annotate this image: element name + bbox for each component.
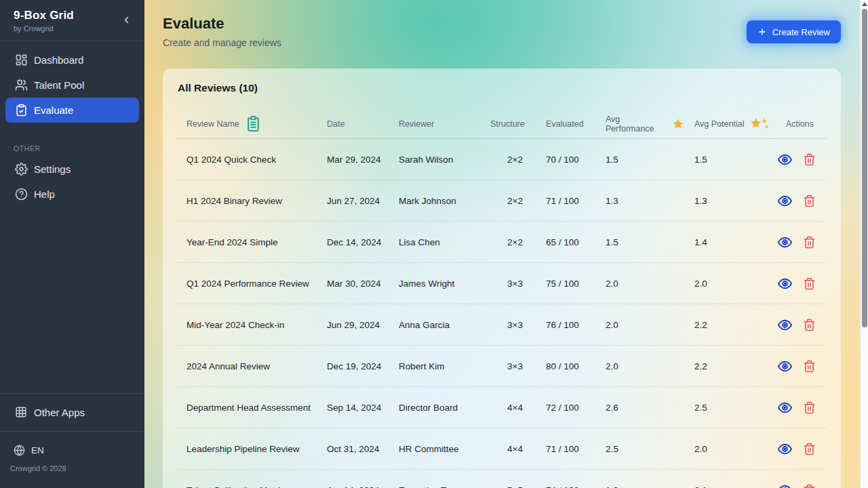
gear-icon xyxy=(15,163,28,176)
review-date: Jun 27, 2024 xyxy=(317,196,389,206)
review-name: Department Head Assessment xyxy=(176,403,317,413)
view-review-button[interactable] xyxy=(777,193,793,209)
trash-icon xyxy=(803,195,816,207)
globe-icon xyxy=(14,445,25,456)
vertical-scrollbar[interactable] xyxy=(860,0,868,488)
delete-review-button[interactable] xyxy=(803,195,816,207)
review-reviewer: Sarah Wilson xyxy=(389,155,480,165)
table-row: Leadership Pipeline Review Oct 31, 2024 … xyxy=(176,428,827,470)
view-review-button[interactable] xyxy=(777,235,793,250)
sidebar-collapse-button[interactable] xyxy=(119,12,134,27)
review-avg-potential: 2.5 xyxy=(684,403,776,413)
sidebar-item-dashboard[interactable]: Dashboard xyxy=(5,47,139,73)
sidebar-item-label: Other Apps xyxy=(34,407,85,418)
view-review-button[interactable] xyxy=(777,359,793,374)
review-evaluated: 70 / 100 xyxy=(536,155,595,165)
review-avg-potential: 1.4 xyxy=(684,237,776,247)
delete-review-button[interactable] xyxy=(803,319,816,331)
scrollbar-thumb[interactable] xyxy=(862,9,867,327)
column-date: Date xyxy=(317,119,389,129)
review-actions xyxy=(776,193,827,209)
review-reviewer: Robert Kim xyxy=(389,361,480,371)
column-review-name: Review Name xyxy=(176,114,317,134)
review-evaluated: 71 / 100 xyxy=(536,196,595,206)
sidebar: 9-Box Grid by Crowgrid Dashboard Talent … xyxy=(0,0,144,488)
review-avg-performance: 2.0 xyxy=(595,361,684,371)
review-avg-potential: 1.5 xyxy=(684,155,776,165)
review-name: Q1 2024 Performance Review xyxy=(176,279,317,289)
table-row: Department Head Assessment Sep 14, 2024 … xyxy=(176,387,827,428)
review-avg-performance: 1.9 xyxy=(595,485,684,488)
trash-icon xyxy=(803,153,816,166)
eye-icon xyxy=(777,359,793,374)
review-reviewer: Lisa Chen xyxy=(389,237,480,247)
view-review-button[interactable] xyxy=(777,276,793,291)
review-name: Leadership Pipeline Review xyxy=(176,444,317,454)
review-structure: 4×4 xyxy=(480,403,536,413)
language-switcher[interactable]: EN xyxy=(0,438,144,459)
review-structure: 2×2 xyxy=(480,237,536,247)
review-avg-performance: 2.0 xyxy=(595,279,684,289)
review-date: Apr 14, 2024 xyxy=(317,485,389,488)
delete-review-button[interactable] xyxy=(803,236,816,249)
view-review-button[interactable] xyxy=(777,317,793,333)
review-structure: 2×2 xyxy=(480,155,536,165)
scrollbar-up-arrow[interactable] xyxy=(862,2,867,6)
delete-review-button[interactable] xyxy=(803,484,816,488)
review-name: Mid-Year 2024 Check-in xyxy=(176,320,317,330)
trash-icon xyxy=(803,319,816,331)
review-evaluated: 75 / 100 xyxy=(536,279,595,289)
column-avg-potential: Avg Potential xyxy=(684,117,776,131)
sidebar-item-help[interactable]: Help xyxy=(5,182,139,207)
review-actions xyxy=(776,441,827,457)
sidebar-item-label: Evaluate xyxy=(34,104,73,116)
app-title: 9-Box Grid xyxy=(14,9,132,22)
delete-review-button[interactable] xyxy=(803,401,816,414)
copyright: Crowgrid © 2028 xyxy=(0,459,144,482)
apps-grid-icon xyxy=(15,406,28,419)
sidebar-item-label: Dashboard xyxy=(34,54,83,66)
delete-review-button[interactable] xyxy=(803,443,816,455)
review-name: Year-End 2024 Simple xyxy=(176,237,317,247)
table-row: Talent Calibration Matrix Apr 14, 2024 E… xyxy=(176,470,827,488)
review-avg-potential: 2.2 xyxy=(684,361,776,371)
review-name: Talent Calibration Matrix xyxy=(176,485,317,488)
review-structure: 2×2 xyxy=(480,196,536,206)
sidebar-item-talent-pool[interactable]: Talent Pool xyxy=(5,73,139,98)
view-review-button[interactable] xyxy=(777,483,793,488)
view-review-button[interactable] xyxy=(777,441,793,457)
view-review-button[interactable] xyxy=(777,400,793,415)
review-avg-potential: 2.2 xyxy=(684,320,776,330)
create-review-button[interactable]: Create Review xyxy=(747,20,841,43)
column-structure: Structure xyxy=(480,119,536,129)
review-evaluated: 72 / 100 xyxy=(536,403,595,413)
help-circle-icon xyxy=(15,188,28,201)
review-name: 2024 Annual Review xyxy=(176,361,317,371)
delete-review-button[interactable] xyxy=(803,360,816,373)
create-review-label: Create Review xyxy=(772,27,830,37)
reviews-card-title: All Reviews (10) xyxy=(176,82,827,94)
main-content: Evaluate Create and manage reviews Creat… xyxy=(144,0,868,488)
eye-icon xyxy=(777,441,793,457)
sidebar-item-other-apps[interactable]: Other Apps xyxy=(5,400,139,425)
chevron-left-icon xyxy=(121,15,132,25)
eye-icon xyxy=(777,152,793,167)
review-date: Mar 29, 2024 xyxy=(317,155,389,165)
review-actions xyxy=(776,235,827,250)
review-evaluated: 71 / 100 xyxy=(536,444,595,454)
review-actions xyxy=(776,483,827,488)
eye-icon xyxy=(777,483,793,488)
sidebar-item-settings[interactable]: Settings xyxy=(5,157,139,182)
delete-review-button[interactable] xyxy=(803,153,816,166)
sparkle-stars-icon xyxy=(749,117,770,131)
view-review-button[interactable] xyxy=(777,152,793,167)
table-row: Year-End 2024 Simple Dec 14, 2024 Lisa C… xyxy=(176,222,827,263)
page-title: Evaluate xyxy=(163,15,281,33)
sidebar-item-evaluate[interactable]: Evaluate xyxy=(5,98,139,123)
language-label: EN xyxy=(31,445,44,455)
eye-icon xyxy=(777,317,793,333)
review-date: Dec 14, 2024 xyxy=(317,237,389,247)
trash-icon xyxy=(803,360,816,373)
delete-review-button[interactable] xyxy=(803,277,816,290)
review-evaluated: 65 / 100 xyxy=(536,237,595,247)
